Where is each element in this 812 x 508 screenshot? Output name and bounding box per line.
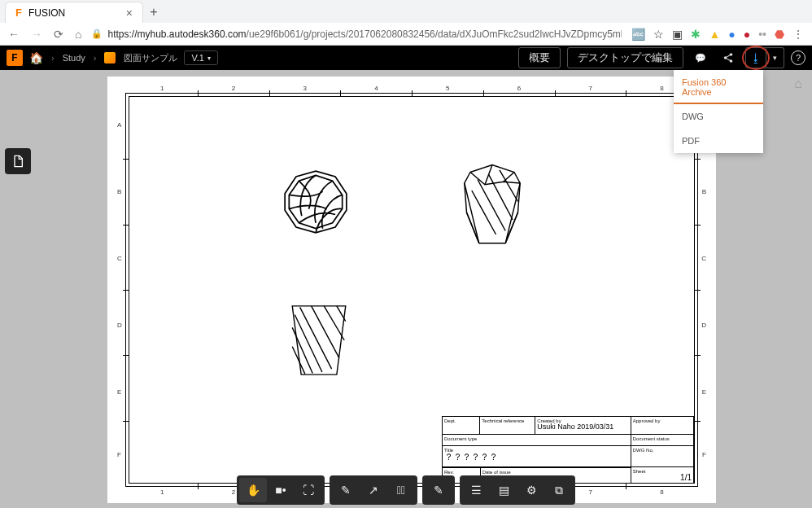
crumb-study[interactable]: Study (63, 53, 85, 63)
dropdown-item-pdf[interactable]: PDF (674, 129, 763, 153)
share-icon[interactable] (718, 47, 739, 68)
title-block: Dept. Technical reference Created byUsuk… (442, 416, 694, 483)
chevron-down-icon: ▾ (207, 55, 211, 62)
drawing-sheet[interactable]: 1 2 3 4 5 6 7 8 1 2 3 4 5 6 7 (107, 77, 716, 503)
sheets-panel-button[interactable] (5, 148, 31, 174)
markup-arrow-button[interactable]: ↗ (360, 478, 387, 502)
breadcrumb: 🏠 › Study › 図面サンプル (29, 51, 177, 64)
pocket-icon[interactable]: ▣ (672, 28, 683, 41)
arrow-icon: ↗ (369, 484, 378, 497)
extension-icons: 🔤 ☆ ▣ ✱ ▲ ● ● •• ⬣ ⋮ (631, 28, 804, 41)
gdrive-icon[interactable]: ▲ (709, 28, 720, 41)
help-icon[interactable]: ? (791, 50, 805, 65)
properties-button[interactable]: ▤ (490, 478, 517, 502)
measure-button[interactable]: ✎ (425, 478, 452, 502)
tab-title: FUSION (28, 7, 65, 19)
home-icon[interactable]: ⌂ (75, 28, 81, 41)
lock-icon: 🔒 (91, 28, 103, 39)
browser-toolbar: ← → ⟳ ⌂ 🔒 https://myhub.autodesk360.com/… (0, 23, 812, 46)
close-tab-icon[interactable]: × (126, 7, 133, 20)
home-crumb-icon[interactable]: 🏠 (29, 51, 43, 64)
dropdown-item-archive[interactable]: Fusion 360 Archive (674, 70, 763, 104)
document-icon (104, 52, 116, 64)
layers-button[interactable]: ☰ (462, 478, 490, 502)
star-icon[interactable]: ☆ (653, 28, 664, 41)
pencil2-icon: ✎ (434, 484, 443, 497)
download-dropdown: Fusion 360 Archive DWG PDF (674, 70, 763, 153)
gear-icon: ⚙ (526, 484, 537, 497)
browser-tab[interactable]: F FUSION × (5, 2, 143, 23)
drawing-top-view (281, 167, 351, 239)
download-group: ⭳ ▾ (745, 47, 784, 68)
camera-tool-button[interactable]: ■• (267, 478, 295, 502)
pinterest-icon[interactable]: ● (744, 28, 750, 41)
blue-ext-icon[interactable]: ● (728, 28, 735, 41)
new-tab-button[interactable]: + (143, 2, 164, 23)
browser-tabbar: F FUSION × + (0, 0, 812, 23)
download-icon: ⭳ (750, 51, 762, 64)
reload-icon[interactable]: ⟳ (54, 28, 63, 41)
app-header: F 🏠 › Study › 図面サンプル V.1 ▾ 概要 デスクトップで編集 … (0, 46, 812, 70)
forward-icon[interactable]: → (31, 28, 42, 41)
sheet-border: 1 2 3 4 5 6 7 8 1 2 3 4 5 6 7 (125, 93, 698, 487)
chevron-down-icon: ▾ (773, 54, 777, 62)
version-selector[interactable]: V.1 ▾ (184, 50, 218, 65)
translate-icon[interactable]: 🔤 (631, 28, 645, 41)
evernote-icon[interactable]: ✱ (691, 28, 701, 41)
markup-hide-button[interactable]: 👁⃠ (387, 478, 415, 502)
crumb-doc[interactable]: 図面サンプル (124, 52, 177, 64)
zoom-fit-icon: ⛶ (303, 484, 314, 497)
bottom-toolbar: ✋ ■• ⛶ ✎ ↗ 👁⃠ ✎ ☰ ▤ ⚙ ⧉ (237, 475, 575, 505)
browser-menu-icon[interactable]: ⋮ (792, 28, 804, 41)
markup-pencil-button[interactable]: ✎ (332, 478, 360, 502)
settings-button[interactable]: ⚙ (517, 478, 545, 502)
viewcube-home-icon[interactable]: ⌂ (794, 77, 802, 91)
eye-off-icon: 👁⃠ (397, 484, 405, 497)
download-button[interactable]: ⭳ (745, 47, 766, 68)
alert-ext-icon[interactable]: ⬣ (775, 28, 784, 41)
fullscreen-button[interactable]: ⧉ (545, 478, 573, 502)
overview-button[interactable]: 概要 (518, 47, 561, 68)
edit-desktop-button[interactable]: デスクトップで編集 (567, 47, 683, 68)
address-bar[interactable]: 🔒 https://myhub.autodesk360.com/ue29f6b0… (91, 28, 622, 40)
pan-tool-button[interactable]: ✋ (239, 478, 267, 502)
dropdown-item-dwg[interactable]: DWG (674, 104, 763, 129)
zoom-fit-button[interactable]: ⛶ (295, 478, 322, 502)
layers-icon: ☰ (471, 484, 482, 497)
camera-icon: ■• (275, 484, 286, 497)
version-label: V.1 (191, 53, 204, 63)
drawing-front-view (287, 301, 351, 382)
comments-icon[interactable]: 💬 (690, 47, 711, 68)
ext-dots-icon[interactable]: •• (758, 28, 766, 41)
fullscreen-icon: ⧉ (555, 484, 563, 497)
url-path: /ue29f6b061/g/projects/2017062080832456/… (247, 28, 622, 40)
fusion-logo-icon[interactable]: F (7, 50, 23, 66)
hand-icon: ✋ (247, 484, 260, 497)
drawing-iso-view (456, 160, 529, 252)
download-caret-button[interactable]: ▾ (766, 47, 784, 68)
url-host: https://myhub.autodesk360.com (107, 28, 246, 40)
back-icon[interactable]: ← (8, 28, 20, 41)
properties-icon: ▤ (499, 484, 509, 497)
pencil-icon: ✎ (341, 484, 351, 497)
svg-marker-0 (285, 171, 347, 233)
fusion-favicon-icon: F (15, 7, 22, 19)
